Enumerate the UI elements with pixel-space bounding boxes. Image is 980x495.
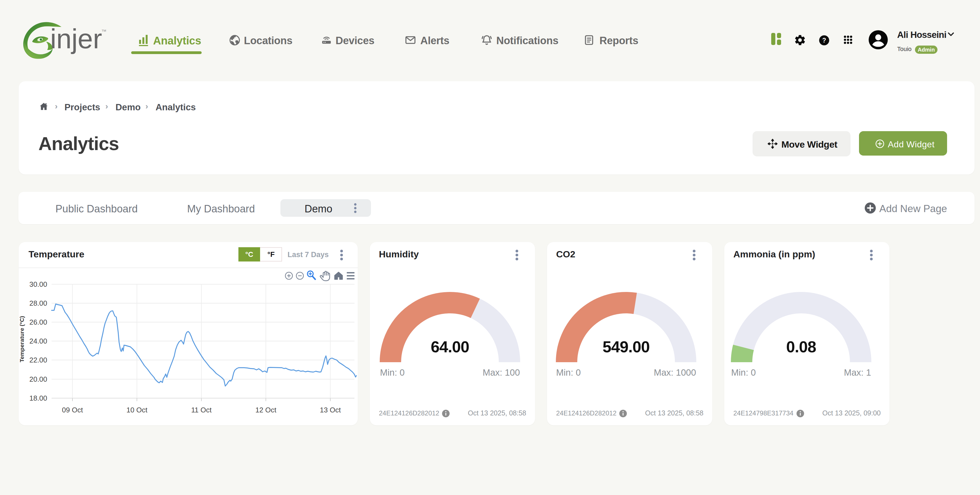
svg-text:Temperature (°C): Temperature (°C) (19, 316, 25, 362)
svg-text:30.00: 30.00 (29, 280, 47, 288)
svg-text:24.00: 24.00 (29, 337, 47, 345)
svg-text:Max: 100: Max: 100 (483, 368, 520, 377)
svg-text:13 Oct: 13 Oct (320, 406, 341, 414)
svg-text:26.00: 26.00 (29, 318, 47, 326)
svg-text:28.00: 28.00 (29, 299, 47, 307)
svg-text:Min: 0: Min: 0 (731, 368, 756, 377)
svg-text:Min: 0: Min: 0 (556, 368, 581, 377)
svg-text:64.00: 64.00 (431, 338, 469, 356)
svg-text:24E124126D282012: 24E124126D282012 (556, 409, 616, 417)
svg-text:22.00: 22.00 (29, 356, 47, 364)
svg-text:Oct 13 2025, 08:58: Oct 13 2025, 08:58 (468, 409, 526, 417)
svg-text:Oct 13 2025, 09:00: Oct 13 2025, 09:00 (822, 409, 881, 417)
svg-text:09 Oct: 09 Oct (62, 406, 83, 414)
svg-text:0.08: 0.08 (786, 338, 816, 356)
svg-text:549.00: 549.00 (603, 338, 649, 356)
svg-text:?: ? (822, 37, 826, 44)
svg-text:Max: 1: Max: 1 (844, 368, 871, 377)
svg-text:11 Oct: 11 Oct (191, 406, 212, 414)
svg-text:Max: 1000: Max: 1000 (654, 368, 696, 377)
svg-text:12 Oct: 12 Oct (255, 406, 277, 414)
svg-text:Oct 13 2025, 08:58: Oct 13 2025, 08:58 (645, 409, 703, 417)
svg-text:10 Oct: 10 Oct (126, 406, 148, 414)
svg-text:24E124798E317734: 24E124798E317734 (733, 409, 794, 417)
svg-text:24E124126D282012: 24E124126D282012 (379, 409, 439, 417)
svg-text:Min: 0: Min: 0 (380, 368, 405, 377)
svg-text:20.00: 20.00 (29, 375, 47, 383)
svg-text:18.00: 18.00 (29, 394, 47, 402)
